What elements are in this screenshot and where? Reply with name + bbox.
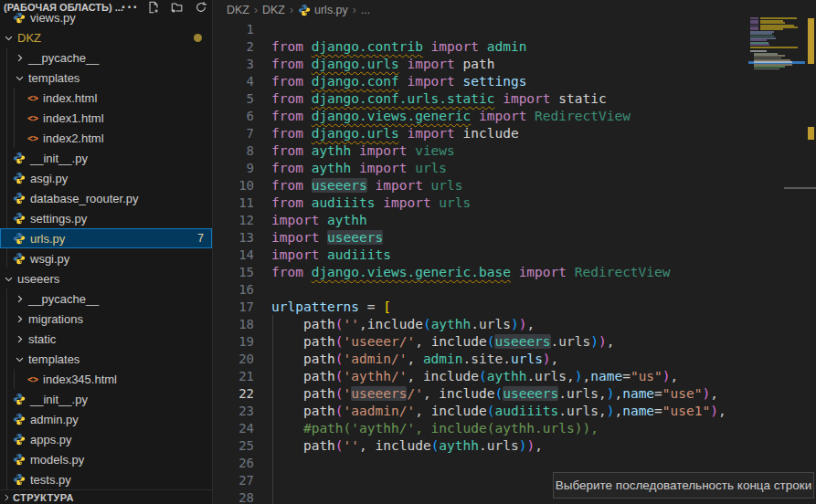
breadcrumb-label: ...	[361, 4, 370, 16]
breadcrumb-label: urls.py	[314, 4, 348, 16]
line-number: 4	[213, 74, 254, 89]
overview-ruler[interactable]	[805, 0, 816, 504]
tooltip-text: Выберите последовательность конца строки	[556, 478, 812, 492]
tree-folder-useeers[interactable]: useeers	[0, 268, 212, 289]
chevron-down-icon	[4, 33, 15, 43]
tree-folder-__pycache__[interactable]: __pycache__	[0, 47, 212, 68]
code-line-20[interactable]: 20 path('admin/', admin.site.urls),	[213, 350, 816, 367]
line-text: from aythh import urls	[271, 161, 447, 175]
tree-file-index2.html[interactable]: <>index2.html	[0, 128, 212, 148]
line-text: path('',include(aythh.urls)),	[271, 317, 535, 331]
chevron-down-icon	[15, 73, 26, 83]
tree-file-__init__.py[interactable]: __init__.py	[0, 389, 212, 409]
explorer-section-header: (РАБОЧАЯ ОБЛАСТЬ) ... ···	[0, 0, 212, 13]
tree-folder-templates[interactable]: templates	[0, 68, 212, 88]
breadcrumb-item[interactable]: ...	[361, 4, 370, 16]
chevron-right-icon	[15, 334, 26, 344]
code-line-14[interactable]: 14import audiiits	[213, 246, 816, 263]
code-line-3[interactable]: 3from django.urls import path	[213, 55, 816, 72]
tree-item-label: admin.py	[30, 413, 79, 426]
chevron-down-icon	[4, 274, 15, 284]
line-number: 23	[213, 404, 254, 418]
line-text: path('', include(aythh.urls)),	[271, 438, 543, 453]
minimap[interactable]	[748, 16, 805, 210]
new-folder-icon[interactable]	[171, 0, 185, 14]
code-line-22[interactable]: 22 path('useeers/', include(useeers.urls…	[213, 384, 816, 402]
tree-file-index.html[interactable]: <>index.html	[0, 88, 212, 108]
line-number: 24	[213, 421, 254, 436]
tree-file-database_roouter.py[interactable]: database_roouter.py	[0, 188, 212, 208]
tree-folder-DKZ[interactable]: DKZ	[0, 27, 212, 47]
tree-file-__init__.py[interactable]: __init__.py	[0, 148, 212, 168]
breadcrumb-item[interactable]: DKZ	[262, 4, 285, 16]
breadcrumb-item[interactable]: DKZ	[227, 4, 249, 16]
more-actions-icon[interactable]: ···	[123, 0, 137, 14]
code-line-4[interactable]: 4from django.conf import settings	[213, 72, 816, 89]
code-line-8[interactable]: 8from aythh import views	[213, 142, 816, 159]
tree-folder-templates[interactable]: templates	[0, 349, 212, 369]
tree-folder-migrations[interactable]: migrations	[0, 309, 212, 329]
code-line-18[interactable]: 18 path('',include(aythh.urls)),	[213, 315, 816, 332]
code-line-1[interactable]: 1	[213, 20, 816, 37]
code-line-15[interactable]: 15from django.views.generic.base import …	[213, 263, 816, 280]
line-number: 14	[213, 247, 254, 262]
code-line-24[interactable]: 24 #path('aythh/', include(aythh.urls)),	[213, 419, 816, 436]
code-line-7[interactable]: 7from django.urls import include	[213, 124, 816, 142]
code-area[interactable]: 12from django.contrib import admin3from …	[213, 20, 816, 504]
code-line-17[interactable]: 17urlpatterns = [	[213, 298, 816, 315]
code-line-2[interactable]: 2from django.contrib import admin	[213, 37, 816, 55]
python-icon	[13, 433, 26, 446]
code-line-23[interactable]: 23 path('aadmin/', include(audiiits.urls…	[213, 402, 816, 419]
refresh-icon[interactable]	[195, 0, 208, 14]
code-line-9[interactable]: 9from aythh import urls	[213, 159, 816, 176]
tree-item-label: database_roouter.py	[30, 192, 139, 205]
problems-badge: 7	[197, 232, 204, 245]
tree-file-asgi.py[interactable]: asgi.py	[0, 168, 212, 188]
code-line-25[interactable]: 25 path('', include(aythh.urls)),	[213, 436, 816, 454]
line-text: from aythh import views	[271, 143, 455, 158]
code-line-5[interactable]: 5from django.conf.urls.static import sta…	[213, 89, 816, 107]
line-number: 20	[213, 352, 254, 366]
tree-folder-static[interactable]: static	[0, 329, 212, 349]
new-file-icon[interactable]	[147, 0, 161, 14]
tree-file-index345.html[interactable]: <>index345.html	[0, 369, 212, 389]
line-text: path('useeer/', include(useeers.urls)),	[271, 334, 614, 349]
chevron-right-icon	[15, 53, 26, 63]
line-number: 6	[213, 109, 254, 123]
chevron-right-icon	[2, 493, 11, 502]
chevron-right-icon	[15, 294, 26, 304]
code-line-10[interactable]: 10from useeers import urls	[213, 176, 816, 194]
tree-item-label: __pycache__	[28, 51, 99, 65]
code-line-13[interactable]: 13import useeers	[213, 228, 816, 246]
code-line-11[interactable]: 11from audiiits import urls	[213, 194, 816, 211]
breadcrumb-item[interactable]: urls.py	[298, 4, 348, 16]
tree-file-settings.py[interactable]: settings.py	[0, 208, 212, 228]
tree-file-tests.py[interactable]: tests.py	[0, 469, 212, 489]
tree-file-models.py[interactable]: models.py	[0, 449, 212, 469]
code-line-19[interactable]: 19 path('useeer/', include(useeers.urls)…	[213, 332, 816, 350]
tree-item-label: migrations	[28, 312, 83, 326]
code-line-21[interactable]: 21 path('aythh/', include(aythh.urls,),n…	[213, 367, 816, 384]
tree-file-urls.py[interactable]: urls.py7	[0, 228, 212, 248]
tree-file-admin.py[interactable]: admin.py	[0, 409, 212, 429]
code-line-12[interactable]: 12import aythh	[213, 211, 816, 228]
tree-item-label: index.html	[43, 91, 97, 105]
html-icon: <>	[27, 113, 38, 123]
line-text: from django.views.generic import Redirec…	[271, 109, 631, 123]
code-line-26[interactable]: 26	[213, 454, 816, 471]
chevron-right-icon	[15, 314, 26, 324]
code-line-16[interactable]: 16	[213, 280, 816, 298]
tree-file-index1.html[interactable]: <>index1.html	[0, 108, 212, 128]
line-text: path('aythh/', include(aythh.urls,),name…	[271, 369, 678, 383]
python-icon	[13, 252, 26, 265]
tree-folder-__pycache__[interactable]: __pycache__	[0, 289, 212, 309]
cursor-position-marker	[784, 187, 816, 189]
html-icon: <>	[27, 93, 38, 103]
tree-file-apps.py[interactable]: apps.py	[0, 429, 212, 449]
code-line-6[interactable]: 6from django.views.generic import Redire…	[213, 107, 816, 124]
python-icon	[13, 232, 26, 245]
tree-item-label: DKZ	[17, 31, 41, 45]
tree-file-wsgi.py[interactable]: wsgi.py	[0, 248, 212, 268]
line-number: 22	[213, 386, 254, 401]
outline-section-header[interactable]: СТРУКТУРА	[0, 489, 212, 504]
